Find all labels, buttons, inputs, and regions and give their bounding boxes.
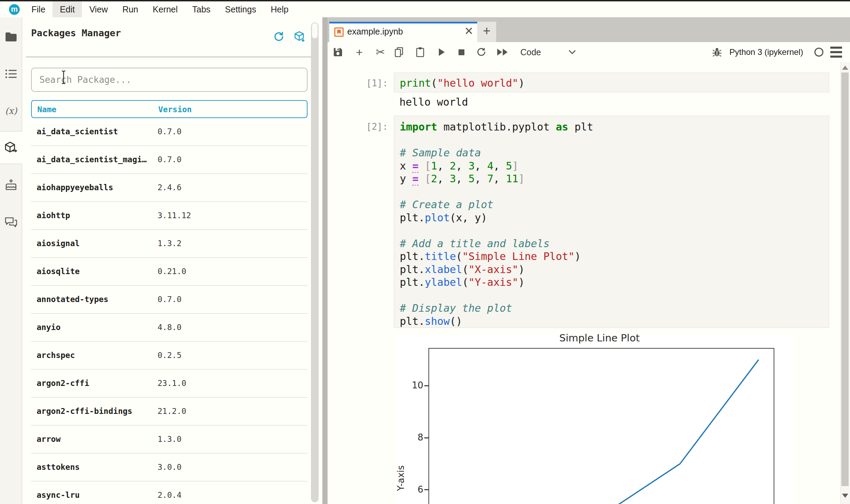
- restart-icon: [476, 47, 487, 57]
- panel-divider: [26, 56, 313, 58]
- ytick-mark: [424, 385, 428, 386]
- add-cell-button[interactable]: +: [352, 45, 366, 59]
- table-row[interactable]: aiohttp3.11.12: [31, 202, 308, 230]
- scroll-down-icon[interactable]: [842, 494, 848, 498]
- variables-icon: (x): [5, 106, 17, 116]
- refresh-icon: [273, 31, 284, 42]
- packages-panel: Packages Manager: [22, 17, 322, 504]
- cell-type-dropdown[interactable]: Code: [517, 42, 541, 62]
- search-input[interactable]: [32, 68, 307, 91]
- paste-icon: [416, 47, 424, 57]
- restart-kernel-button[interactable]: [474, 45, 488, 59]
- add-package-button[interactable]: [293, 30, 306, 43]
- save-button[interactable]: [331, 45, 345, 59]
- sidebar-item-files[interactable]: [3, 29, 19, 45]
- code-cell-input[interactable]: import matplotlib.pyplot as plt # Sample…: [394, 116, 829, 328]
- sidebar-item-packages[interactable]: [3, 139, 19, 156]
- code-editor[interactable]: print("hello world"): [394, 73, 829, 90]
- package-name: aiohappyeyeballs: [37, 183, 113, 192]
- table-row[interactable]: aiosqlite0.21.0: [31, 258, 308, 286]
- copy-cell-button[interactable]: [392, 45, 406, 59]
- table-row[interactable]: argon2-cffi23.1.0: [31, 370, 308, 398]
- menu-item-settings[interactable]: Settings: [218, 1, 263, 17]
- scroll-up-icon[interactable]: [842, 66, 848, 70]
- chat-icon: [4, 217, 18, 229]
- debugger-icon: [712, 47, 722, 57]
- cell-type-dropdown-button[interactable]: [565, 45, 579, 59]
- plot-title: Simple Line Plot: [559, 332, 640, 344]
- paste-cell-button[interactable]: [413, 45, 427, 59]
- table-row[interactable]: ai_data_scientist0.7.0: [31, 118, 308, 146]
- table-row[interactable]: async-lru2.0.4: [31, 482, 308, 504]
- menu-item-edit[interactable]: Edit: [53, 1, 82, 17]
- restart-run-all-button[interactable]: [495, 45, 509, 59]
- menu-item-view[interactable]: View: [82, 1, 115, 17]
- folder-icon: [5, 32, 17, 42]
- save-icon: [333, 47, 343, 57]
- panel-resize-handle[interactable]: [322, 17, 328, 504]
- menu-item-run[interactable]: Run: [115, 1, 145, 17]
- sidebar-item-pypi[interactable]: [3, 177, 19, 193]
- cell-output: hello world: [399, 96, 468, 108]
- add-package-icon: [293, 30, 306, 43]
- package-version: 3.11.12: [158, 211, 191, 220]
- package-name: aiosignal: [37, 239, 80, 248]
- notebook-scrollbar-thumb[interactable]: [841, 72, 849, 486]
- table-body: ai_data_scientist0.7.0ai_data_scientist_…: [31, 118, 308, 504]
- stop-kernel-button[interactable]: [454, 45, 468, 59]
- notebook-content[interactable]: [1]: print("hello world") hello world [2…: [328, 62, 850, 504]
- column-header-version[interactable]: Version: [158, 105, 192, 114]
- ytick-mark: [424, 489, 428, 490]
- table-row[interactable]: ai_data_scientist_magi…0.7.0: [31, 146, 308, 174]
- package-name: aiosqlite: [37, 267, 80, 276]
- close-tab-icon[interactable]: ✕: [461, 22, 477, 42]
- code-cell-input[interactable]: print("hello world"): [394, 72, 829, 93]
- table-row[interactable]: arrow1.3.0: [31, 426, 308, 454]
- notebook-dock: example.ipynb ✕ + + ✂: [328, 17, 850, 504]
- sidebar-item-running-sessions[interactable]: [3, 66, 19, 82]
- table-row[interactable]: aiosignal1.3.2: [31, 230, 308, 258]
- notebook-toolbar: + ✂: [328, 42, 850, 63]
- sidebar-item-variables[interactable]: (x): [3, 103, 19, 119]
- package-name: anyio: [37, 323, 60, 332]
- cell-prompt: [1]:: [366, 78, 388, 88]
- code-editor[interactable]: import matplotlib.pyplot as plt # Sample…: [394, 116, 829, 328]
- table-row[interactable]: aiohappyeyeballs2.4.6: [31, 174, 308, 202]
- kernel-status-icon[interactable]: [814, 48, 823, 57]
- menu-item-file[interactable]: File: [24, 1, 53, 17]
- toolbar-menu-button[interactable]: [830, 47, 842, 58]
- table-row[interactable]: asttokens3.0.0: [31, 454, 308, 482]
- package-name: aiohttp: [37, 211, 70, 220]
- menu-item-tabs[interactable]: Tabs: [185, 1, 218, 17]
- kernel-name[interactable]: Python 3 (ipykernel): [729, 42, 803, 62]
- cell-prompt: [2]:: [366, 122, 388, 132]
- add-cell-icon: +: [356, 47, 363, 57]
- package-version: 0.2.5: [158, 351, 181, 360]
- chevron-down-icon: [568, 50, 576, 55]
- copy-icon: [395, 47, 404, 57]
- debugger-button[interactable]: [710, 45, 724, 59]
- menu-item-help[interactable]: Help: [263, 1, 295, 17]
- package-version: 1.3.0: [158, 435, 181, 444]
- package-version: 3.0.0: [158, 463, 181, 472]
- refresh-packages-button[interactable]: [272, 30, 286, 43]
- package-version: 0.7.0: [158, 127, 181, 136]
- cut-cell-button[interactable]: ✂: [374, 45, 387, 59]
- table-row[interactable]: annotated-types0.7.0: [31, 286, 308, 314]
- sidebar-item-chat[interactable]: [3, 214, 19, 231]
- column-header-name[interactable]: Name: [37, 105, 56, 114]
- packages-scrollbar-thumb[interactable]: [312, 23, 318, 38]
- run-cell-button[interactable]: [435, 45, 448, 59]
- table-row[interactable]: argon2-cffi-bindings21.2.0: [31, 398, 308, 426]
- table-row[interactable]: anyio4.8.0: [31, 314, 308, 342]
- app-logo[interactable]: m: [9, 4, 20, 15]
- package-name: ai_data_scientist: [37, 127, 118, 136]
- ytick-label: 8: [406, 432, 423, 443]
- table-header[interactable]: Name Version: [31, 100, 308, 118]
- packages-scrollbar-track[interactable]: [311, 22, 319, 502]
- new-tab-button[interactable]: +: [477, 22, 496, 42]
- table-row[interactable]: archspec0.2.5: [31, 342, 308, 370]
- menu-item-kernel[interactable]: Kernel: [145, 1, 185, 17]
- package-version: 2.4.6: [158, 183, 181, 192]
- tab-example-ipynb[interactable]: example.ipynb ✕: [329, 22, 477, 42]
